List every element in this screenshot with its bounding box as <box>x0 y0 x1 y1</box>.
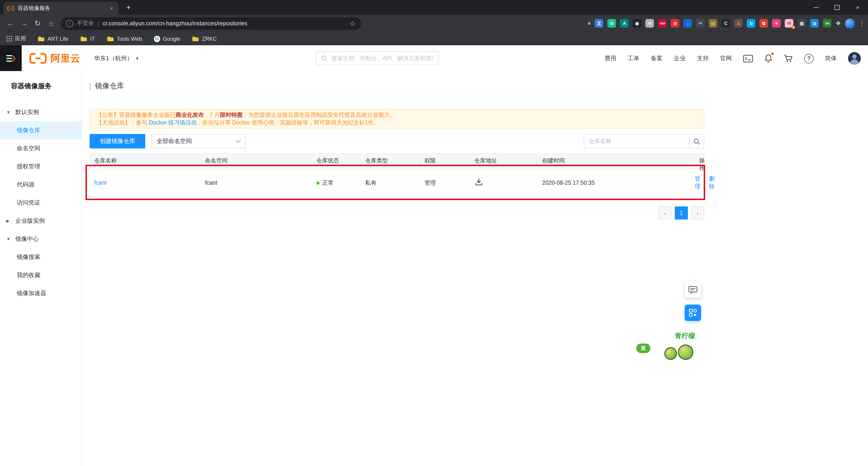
aliyun-logo[interactable]: 阿里云 <box>29 52 81 65</box>
bookmark-star-icon[interactable]: ☆ <box>350 19 356 27</box>
dark-grid-extension-icon[interactable]: ▦ <box>798 19 806 28</box>
bookmark-folder-it[interactable]: IT <box>80 35 95 42</box>
sidebar-section-label: 企业版实例 <box>16 217 45 225</box>
mail-notifier-extension-icon[interactable]: ✉4 <box>785 19 794 28</box>
window-minimize-button[interactable] <box>806 0 826 15</box>
sidebar-item-image-accelerator[interactable]: 镜像加速器 <box>0 284 82 302</box>
sidebar-item-image-repos[interactable]: 镜像仓库 <box>0 121 82 139</box>
header-nav-tickets[interactable]: 工单 <box>628 54 640 62</box>
back-icon[interactable]: ← <box>4 17 17 30</box>
pink-heart-extension-icon[interactable]: ♥ <box>772 19 781 28</box>
forward-icon[interactable]: → <box>17 17 31 30</box>
reload-icon[interactable]: ↻ <box>31 17 44 30</box>
aliyun-logo-icon <box>29 53 47 64</box>
clipper-extension-icon[interactable]: ✂ <box>696 19 705 28</box>
downloader-extension-icon[interactable]: ↓ <box>684 19 692 28</box>
language-switch[interactable]: 简体 <box>825 54 837 62</box>
library-extension-icon[interactable]: ▤ <box>709 19 717 28</box>
screenshot-extension-icon[interactable]: ▣ <box>633 19 642 28</box>
sidebar-item-favorites[interactable]: 我的收藏 <box>0 266 82 284</box>
help-icon[interactable]: ? <box>804 54 814 63</box>
page-1-button[interactable]: 1 <box>675 207 688 220</box>
authenticator-extension-icon[interactable]: A <box>620 19 629 28</box>
browser-menu-icon[interactable]: ⋮ <box>859 20 865 27</box>
sidebar-item-auth-management[interactable]: 授权管理 <box>0 157 82 176</box>
bookmark-folder-zrkc[interactable]: ZRKC <box>192 35 217 42</box>
new-tab-button[interactable]: + <box>123 3 134 12</box>
translate-extension-icon[interactable]: 文 <box>595 19 603 28</box>
sidebar-section-default-instance[interactable]: ▼ 默认实例 <box>0 103 82 121</box>
column-header: 仓库状态 <box>312 157 361 165</box>
repo-created-time: 2020-08-25 17:50:35 <box>538 180 695 186</box>
feedback-chat-button[interactable] <box>685 282 701 298</box>
delete-link[interactable]: 删除 <box>709 175 715 191</box>
lime-icon <box>678 344 693 360</box>
paw-extension-icon[interactable]: ∴ <box>734 19 743 28</box>
sidebar-section-image-center[interactable]: ▼ 镜像中心 <box>0 230 82 248</box>
manage-link[interactable]: 管理 <box>695 175 700 191</box>
download-address-icon[interactable] <box>474 178 483 186</box>
home-icon[interactable]: ⌂ <box>44 17 58 30</box>
user-avatar[interactable] <box>848 52 861 65</box>
repo-search-input[interactable] <box>584 134 690 149</box>
region-selector[interactable]: 华东1（杭州） ▼ <box>94 54 139 62</box>
url-text[interactable]: cr.console.aliyun.com/cn-hangzhou/instan… <box>103 20 346 27</box>
people-extension-icon[interactable]: ⧉ <box>760 19 768 28</box>
create-repo-button[interactable]: 创建镜像仓库 <box>90 134 145 149</box>
mascot[interactable]: 青柠檬 英 <box>636 332 696 361</box>
header-nav-support[interactable]: 支持 <box>697 54 709 62</box>
proxy-on-extension-icon[interactable]: ON <box>823 19 832 28</box>
cart-icon[interactable] <box>784 54 793 62</box>
bird-extension-icon[interactable]: b <box>747 19 755 28</box>
sidebar-item-access-credentials[interactable]: 访问凭证 <box>0 194 82 212</box>
security-label: 不安全 <box>77 20 94 27</box>
repo-search-button[interactable] <box>690 134 704 149</box>
bookmark-apps[interactable]: 应用 <box>6 35 26 42</box>
sidebar-item-image-search[interactable]: 镜像搜索 <box>0 248 82 266</box>
header-nav-billing[interactable]: 费用 <box>604 54 616 62</box>
browser-tab-strip: 容器镜像服务 × + × <box>0 0 868 15</box>
sidebar-item-namespaces[interactable]: 命名空间 <box>0 139 82 157</box>
repo-name-link[interactable]: fcant <box>90 180 200 186</box>
bookmark-folder-tools-web[interactable]: Tools Web <box>107 35 142 42</box>
address-bar[interactable]: i 不安全 | cr.console.aliyun.com/cn-hangzho… <box>61 17 361 30</box>
browser-profile-avatar[interactable] <box>845 18 855 28</box>
console-search-input[interactable] <box>331 55 434 62</box>
extension-overflow-icon[interactable] <box>588 22 591 25</box>
header-nav-website[interactable]: 官网 <box>720 54 732 62</box>
namespace-filter-select[interactable]: 全部命名空间 <box>152 134 246 149</box>
blocker-extension-icon[interactable]: ⊘ <box>671 19 680 28</box>
grammarly-extension-icon[interactable]: G <box>608 19 616 28</box>
aliyun-logo-text: 阿里云 <box>51 52 81 65</box>
header-nav-icp[interactable]: 备案 <box>651 54 662 62</box>
window-close-button[interactable]: × <box>847 0 868 15</box>
ball-extension-icon[interactable]: ◍ <box>810 19 819 28</box>
octocat-extension-icon[interactable]: C <box>722 19 730 28</box>
sidebar-toggle-button[interactable] <box>0 45 22 71</box>
qr-panel-button[interactable] <box>685 305 701 321</box>
adblock-plus-extension-icon[interactable]: ABP <box>658 19 667 28</box>
console-search[interactable] <box>316 51 439 65</box>
bookmark-label: 应用 <box>15 35 26 42</box>
window-maximize-button[interactable] <box>826 0 847 15</box>
bookmark-google[interactable]: G Google <box>154 35 180 42</box>
docker-playground-link[interactable]: Docker 练习场活动 <box>149 120 197 126</box>
tab-close-icon[interactable]: × <box>108 5 115 12</box>
prev-page-button[interactable]: ‹ <box>658 207 672 220</box>
sidebar-section-enterprise-instance[interactable]: ▶ 企业版实例 <box>0 212 82 230</box>
browser-tab[interactable]: 容器镜像服务 × <box>4 2 119 15</box>
next-page-button[interactable]: › <box>691 207 704 220</box>
search-icon <box>693 138 700 145</box>
caret-right-icon: ▶ <box>6 219 11 223</box>
header-nav-enterprise[interactable]: 企业 <box>674 54 686 62</box>
extensions-puzzle-icon[interactable]: ❖ <box>836 20 841 27</box>
bookmark-label: ZRKC <box>202 35 217 42</box>
site-info-icon[interactable]: i <box>66 20 73 27</box>
mail-muted-extension-icon[interactable]: ✉ <box>646 19 654 28</box>
status-label: 正常 <box>322 179 334 187</box>
cloudshell-icon[interactable] <box>743 55 753 62</box>
bookmark-folder-art-life[interactable]: ART Life <box>37 35 68 42</box>
notifications-bell-icon[interactable] <box>764 54 773 63</box>
main-content: 镜像仓库 【公告】容器镜像服务企业版已商业化发布，7 月限时特惠，为您提供企业级… <box>82 71 868 466</box>
sidebar-item-code-source[interactable]: 代码源 <box>0 176 82 194</box>
